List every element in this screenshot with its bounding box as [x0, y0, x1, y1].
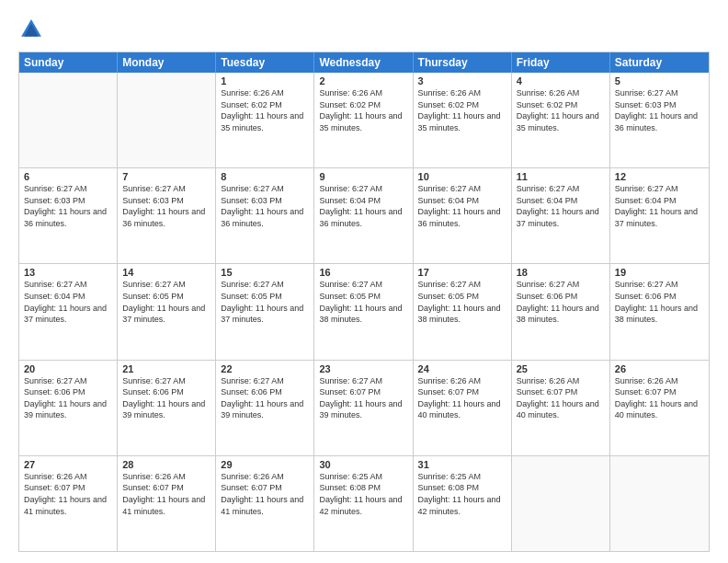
day-number: 2: [319, 75, 407, 86]
cell-info: Sunrise: 6:27 AM Sunset: 6:05 PM Dayligh…: [418, 279, 506, 325]
calendar-cell: 3Sunrise: 6:26 AM Sunset: 6:02 PM Daylig…: [414, 73, 512, 167]
day-number: 11: [517, 171, 605, 182]
cell-info: Sunrise: 6:27 AM Sunset: 6:03 PM Dayligh…: [221, 183, 309, 229]
header-day-monday: Monday: [118, 52, 216, 73]
day-number: 4: [517, 75, 605, 86]
cell-info: Sunrise: 6:26 AM Sunset: 6:02 PM Dayligh…: [418, 87, 506, 133]
day-number: 17: [418, 267, 506, 278]
calendar-cell: 26Sunrise: 6:26 AM Sunset: 6:07 PM Dayli…: [610, 361, 709, 455]
cell-info: Sunrise: 6:26 AM Sunset: 6:07 PM Dayligh…: [221, 471, 309, 517]
day-number: 26: [615, 363, 704, 374]
day-number: 27: [24, 459, 112, 470]
calendar-cell: [19, 73, 118, 167]
day-number: 16: [319, 267, 407, 278]
cell-info: Sunrise: 6:26 AM Sunset: 6:07 PM Dayligh…: [24, 471, 112, 517]
cell-info: Sunrise: 6:27 AM Sunset: 6:04 PM Dayligh…: [24, 279, 112, 325]
cell-info: Sunrise: 6:27 AM Sunset: 6:04 PM Dayligh…: [615, 183, 704, 229]
day-number: 14: [122, 267, 210, 278]
calendar-cell: 23Sunrise: 6:27 AM Sunset: 6:07 PM Dayli…: [314, 361, 413, 455]
header-day-thursday: Thursday: [414, 52, 512, 73]
day-number: 25: [517, 363, 605, 374]
calendar-cell: 28Sunrise: 6:26 AM Sunset: 6:07 PM Dayli…: [118, 456, 216, 551]
calendar-cell: 8Sunrise: 6:27 AM Sunset: 6:03 PM Daylig…: [216, 168, 314, 263]
calendar-body: 1Sunrise: 6:26 AM Sunset: 6:02 PM Daylig…: [19, 73, 709, 551]
calendar-cell: 15Sunrise: 6:27 AM Sunset: 6:05 PM Dayli…: [216, 264, 314, 359]
header-day-saturday: Saturday: [610, 52, 709, 73]
cell-info: Sunrise: 6:26 AM Sunset: 6:07 PM Dayligh…: [418, 375, 506, 421]
calendar-cell: [118, 73, 216, 167]
day-number: 24: [418, 363, 506, 374]
cell-info: Sunrise: 6:26 AM Sunset: 6:02 PM Dayligh…: [221, 87, 309, 133]
calendar-cell: 7Sunrise: 6:27 AM Sunset: 6:03 PM Daylig…: [118, 168, 216, 263]
cell-info: Sunrise: 6:27 AM Sunset: 6:06 PM Dayligh…: [615, 279, 704, 325]
cell-info: Sunrise: 6:27 AM Sunset: 6:05 PM Dayligh…: [319, 279, 407, 325]
day-number: 13: [24, 267, 112, 278]
cell-info: Sunrise: 6:26 AM Sunset: 6:07 PM Dayligh…: [517, 375, 605, 421]
calendar-cell: 5Sunrise: 6:27 AM Sunset: 6:03 PM Daylig…: [610, 73, 709, 167]
day-number: 8: [221, 171, 309, 182]
cell-info: Sunrise: 6:27 AM Sunset: 6:06 PM Dayligh…: [517, 279, 605, 325]
calendar-cell: 9Sunrise: 6:27 AM Sunset: 6:04 PM Daylig…: [314, 168, 413, 263]
calendar-cell: 25Sunrise: 6:26 AM Sunset: 6:07 PM Dayli…: [512, 361, 610, 455]
cell-info: Sunrise: 6:25 AM Sunset: 6:08 PM Dayligh…: [418, 471, 506, 517]
cell-info: Sunrise: 6:27 AM Sunset: 6:06 PM Dayligh…: [122, 375, 210, 421]
day-number: 18: [517, 267, 605, 278]
calendar-row-3: 13Sunrise: 6:27 AM Sunset: 6:04 PM Dayli…: [19, 263, 709, 359]
day-number: 10: [418, 171, 506, 182]
calendar-cell: 4Sunrise: 6:26 AM Sunset: 6:02 PM Daylig…: [512, 73, 610, 167]
calendar-cell: 22Sunrise: 6:27 AM Sunset: 6:06 PM Dayli…: [216, 361, 314, 455]
calendar-cell: 29Sunrise: 6:26 AM Sunset: 6:07 PM Dayli…: [216, 456, 314, 551]
cell-info: Sunrise: 6:27 AM Sunset: 6:04 PM Dayligh…: [319, 183, 407, 229]
cell-info: Sunrise: 6:27 AM Sunset: 6:05 PM Dayligh…: [122, 279, 210, 325]
day-number: 20: [24, 363, 112, 374]
header: [18, 17, 710, 42]
calendar-cell: 13Sunrise: 6:27 AM Sunset: 6:04 PM Dayli…: [19, 264, 118, 359]
cell-info: Sunrise: 6:27 AM Sunset: 6:03 PM Dayligh…: [122, 183, 210, 229]
day-number: 22: [221, 363, 309, 374]
calendar-row-1: 1Sunrise: 6:26 AM Sunset: 6:02 PM Daylig…: [19, 73, 709, 167]
day-number: 3: [418, 75, 506, 86]
calendar-cell: 12Sunrise: 6:27 AM Sunset: 6:04 PM Dayli…: [610, 168, 709, 263]
day-number: 6: [24, 171, 112, 182]
cell-info: Sunrise: 6:27 AM Sunset: 6:04 PM Dayligh…: [418, 183, 506, 229]
day-number: 12: [615, 171, 704, 182]
calendar-row-2: 6Sunrise: 6:27 AM Sunset: 6:03 PM Daylig…: [19, 167, 709, 263]
day-number: 31: [418, 459, 506, 470]
calendar-cell: 10Sunrise: 6:27 AM Sunset: 6:04 PM Dayli…: [414, 168, 512, 263]
cell-info: Sunrise: 6:26 AM Sunset: 6:02 PM Dayligh…: [319, 87, 407, 133]
cell-info: Sunrise: 6:27 AM Sunset: 6:07 PM Dayligh…: [319, 375, 407, 421]
calendar-row-5: 27Sunrise: 6:26 AM Sunset: 6:07 PM Dayli…: [19, 455, 709, 551]
day-number: 15: [221, 267, 309, 278]
calendar-cell: 14Sunrise: 6:27 AM Sunset: 6:05 PM Dayli…: [118, 264, 216, 359]
cell-info: Sunrise: 6:25 AM Sunset: 6:08 PM Dayligh…: [319, 471, 407, 517]
day-number: 29: [221, 459, 309, 470]
day-number: 23: [319, 363, 407, 374]
calendar-cell: 24Sunrise: 6:26 AM Sunset: 6:07 PM Dayli…: [414, 361, 512, 455]
cell-info: Sunrise: 6:27 AM Sunset: 6:06 PM Dayligh…: [24, 375, 112, 421]
day-number: 9: [319, 171, 407, 182]
calendar-cell: 2Sunrise: 6:26 AM Sunset: 6:02 PM Daylig…: [314, 73, 413, 167]
calendar-row-4: 20Sunrise: 6:27 AM Sunset: 6:06 PM Dayli…: [19, 360, 709, 455]
page: SundayMondayTuesdayWednesdayThursdayFrid…: [0, 0, 728, 563]
calendar: SundayMondayTuesdayWednesdayThursdayFrid…: [18, 52, 710, 552]
cell-info: Sunrise: 6:27 AM Sunset: 6:05 PM Dayligh…: [221, 279, 309, 325]
calendar-cell: 18Sunrise: 6:27 AM Sunset: 6:06 PM Dayli…: [512, 264, 610, 359]
cell-info: Sunrise: 6:26 AM Sunset: 6:02 PM Dayligh…: [517, 87, 605, 133]
cell-info: Sunrise: 6:26 AM Sunset: 6:07 PM Dayligh…: [122, 471, 210, 517]
calendar-cell: 1Sunrise: 6:26 AM Sunset: 6:02 PM Daylig…: [216, 73, 314, 167]
calendar-cell: 16Sunrise: 6:27 AM Sunset: 6:05 PM Dayli…: [314, 264, 413, 359]
day-number: 30: [319, 459, 407, 470]
day-number: 7: [122, 171, 210, 182]
calendar-cell: 21Sunrise: 6:27 AM Sunset: 6:06 PM Dayli…: [118, 361, 216, 455]
header-day-sunday: Sunday: [19, 52, 118, 73]
calendar-cell: 17Sunrise: 6:27 AM Sunset: 6:05 PM Dayli…: [414, 264, 512, 359]
day-number: 5: [615, 75, 704, 86]
day-number: 19: [615, 267, 704, 278]
calendar-cell: 11Sunrise: 6:27 AM Sunset: 6:04 PM Dayli…: [512, 168, 610, 263]
day-number: 1: [221, 75, 309, 86]
calendar-cell: 27Sunrise: 6:26 AM Sunset: 6:07 PM Dayli…: [19, 456, 118, 551]
logo-icon: [18, 17, 44, 42]
cell-info: Sunrise: 6:26 AM Sunset: 6:07 PM Dayligh…: [615, 375, 704, 421]
day-number: 28: [122, 459, 210, 470]
cell-info: Sunrise: 6:27 AM Sunset: 6:03 PM Dayligh…: [24, 183, 112, 229]
